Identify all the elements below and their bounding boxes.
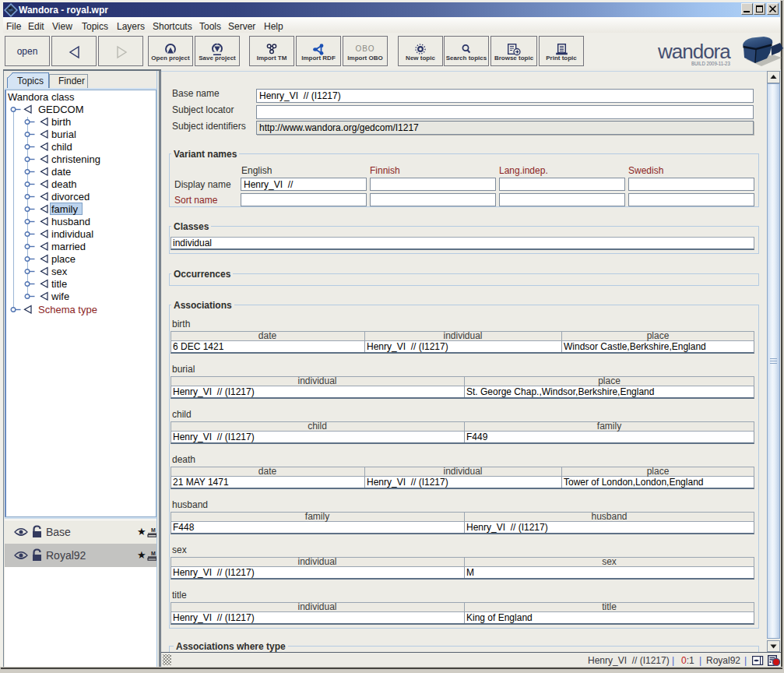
svg-text:M: M [151,551,156,556]
svg-text:M: M [151,527,156,533]
